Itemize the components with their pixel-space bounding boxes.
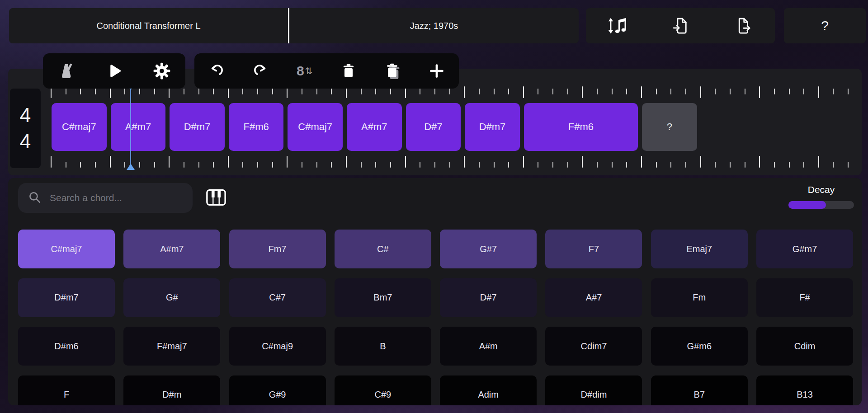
octave-toggle-button[interactable]: 8 ⇅ bbox=[292, 58, 317, 84]
chord-suggestion-card[interactable]: Cdim7 bbox=[545, 327, 642, 366]
chord-suggestion-card-selected[interactable]: C#maj7 bbox=[18, 230, 115, 268]
ruler-tick bbox=[375, 89, 376, 94]
timeline-chord[interactable]: C#maj7 bbox=[52, 103, 107, 151]
timeline-chord[interactable]: C#maj7 bbox=[288, 103, 343, 151]
chord-suggestion-card[interactable]: C# bbox=[335, 230, 431, 268]
ruler-tick bbox=[257, 162, 258, 168]
chord-suggestion-label: B13 bbox=[797, 390, 813, 400]
ruler-tick bbox=[169, 156, 170, 168]
chord-suggestion-card[interactable]: F7 bbox=[545, 230, 642, 268]
chord-suggestion-label: D#m bbox=[162, 390, 181, 400]
chord-suggestion-card[interactable]: C#9 bbox=[335, 375, 431, 406]
chord-suggestion-card[interactable]: Emaj7 bbox=[651, 230, 748, 268]
play-button[interactable] bbox=[102, 58, 127, 84]
ruler-tick bbox=[213, 89, 214, 94]
chord-suggestion-card[interactable]: Cdim bbox=[756, 327, 853, 366]
piano-view-button[interactable] bbox=[204, 186, 228, 209]
chord-suggestion-card[interactable]: B7 bbox=[651, 375, 748, 406]
timeline-chord-label: D#m7 bbox=[479, 121, 506, 133]
delete-all-button[interactable] bbox=[380, 58, 406, 84]
chord-suggestion-card[interactable]: D#7 bbox=[440, 278, 537, 317]
chord-suggestion-card[interactable]: G# bbox=[123, 278, 220, 317]
ruler-tick bbox=[287, 156, 288, 168]
chord-suggestion-card[interactable]: Adim bbox=[440, 375, 537, 406]
playhead[interactable] bbox=[126, 84, 135, 170]
chord-suggestion-card[interactable]: D#dim bbox=[545, 375, 642, 406]
style-selector[interactable]: Jazz; 1970s bbox=[289, 8, 579, 43]
ruler-tick bbox=[774, 89, 775, 94]
chord-suggestion-card[interactable]: F bbox=[18, 375, 115, 406]
help-button[interactable]: ? bbox=[784, 8, 866, 43]
undo-button[interactable] bbox=[204, 58, 229, 84]
chord-suggestion-card[interactable]: G#9 bbox=[229, 375, 326, 406]
ruler-tick bbox=[803, 89, 804, 94]
metronome-button[interactable] bbox=[54, 58, 80, 84]
chord-suggestion-card[interactable]: Fm bbox=[651, 278, 748, 317]
chord-suggestion-label: D#dim bbox=[581, 390, 607, 400]
timeline-chord[interactable]: A#m7 bbox=[347, 103, 402, 151]
chord-suggestion-label: F bbox=[64, 390, 69, 400]
timeline-chord[interactable]: D#m7 bbox=[170, 103, 225, 151]
chord-suggestion-card[interactable]: Fm7 bbox=[229, 230, 326, 268]
ruler-tick bbox=[434, 89, 435, 94]
settings-button[interactable] bbox=[149, 58, 175, 84]
decay-slider[interactable] bbox=[788, 201, 854, 209]
ruler-tick bbox=[833, 162, 834, 168]
ruler-tick bbox=[434, 162, 435, 168]
search-input[interactable] bbox=[49, 192, 182, 204]
chord-suggestion-card[interactable]: F# bbox=[756, 278, 853, 317]
ruler-tick bbox=[612, 89, 613, 94]
chord-suggestion-card[interactable]: Bm7 bbox=[335, 278, 431, 317]
ruler-tick bbox=[464, 86, 465, 98]
model-selector[interactable]: Conditional Transformer L bbox=[9, 8, 288, 43]
chord-suggestion-card[interactable]: B13 bbox=[756, 375, 853, 406]
import-file-button[interactable] bbox=[668, 13, 693, 38]
chord-suggestion-card[interactable]: A#m bbox=[440, 327, 537, 366]
chord-suggestion-card[interactable]: C#7 bbox=[229, 278, 326, 317]
timeline-chord[interactable]: D#7 bbox=[406, 103, 461, 151]
chord-search bbox=[18, 183, 193, 213]
chord-suggestion-card[interactable]: B bbox=[335, 327, 431, 366]
chord-suggestion-card[interactable]: D#m bbox=[123, 375, 220, 406]
ruler-tick bbox=[567, 162, 568, 168]
ruler-tick bbox=[346, 156, 347, 168]
gear-icon bbox=[152, 61, 171, 80]
file-actions-group bbox=[586, 8, 775, 43]
ruler-tick bbox=[124, 162, 125, 168]
chord-suggestion-card[interactable]: D#m7 bbox=[18, 278, 115, 317]
chord-suggestion-card[interactable]: D#m6 bbox=[18, 327, 115, 366]
ruler-tick bbox=[390, 89, 391, 94]
chord-suggestion-card[interactable]: A#7 bbox=[545, 278, 642, 317]
ruler-tick bbox=[582, 86, 583, 98]
time-signature[interactable]: 4 4 bbox=[10, 89, 41, 168]
timeline-chord[interactable]: A#m7 bbox=[111, 103, 166, 151]
timeline-chord[interactable]: F#m6 bbox=[524, 103, 638, 151]
chord-suggestion-card[interactable]: G#m7 bbox=[756, 230, 853, 268]
ruler-tick bbox=[508, 162, 509, 168]
help-icon: ? bbox=[821, 18, 829, 33]
timeline-chord[interactable]: D#m7 bbox=[465, 103, 520, 151]
add-chord-button[interactable] bbox=[424, 58, 449, 84]
chord-suggestion-card[interactable]: A#m7 bbox=[123, 230, 220, 268]
ruler-tick bbox=[715, 162, 716, 168]
export-file-button[interactable] bbox=[731, 13, 756, 38]
ruler-tick bbox=[715, 89, 716, 94]
chord-suggestion-label: F7 bbox=[589, 244, 599, 254]
decay-control: Decay bbox=[784, 184, 858, 209]
chord-suggestion-card[interactable]: G#7 bbox=[440, 230, 537, 268]
redo-button[interactable] bbox=[248, 58, 273, 84]
chord-suggestion-card[interactable]: F#maj7 bbox=[123, 327, 220, 366]
ruler-tick bbox=[685, 162, 686, 168]
timeline-chord[interactable]: F#m6 bbox=[229, 103, 284, 151]
chord-suggestion-label: G#m6 bbox=[687, 341, 712, 352]
ruler-tick bbox=[818, 86, 819, 98]
delete-chord-button[interactable] bbox=[336, 58, 361, 84]
timeline-chord-placeholder[interactable]: ? bbox=[642, 103, 697, 151]
metronome-icon bbox=[58, 62, 76, 80]
chord-suggestion-label: F# bbox=[799, 292, 810, 303]
playhead-bottom-handle[interactable] bbox=[127, 164, 135, 170]
chord-suggestion-card[interactable]: G#m6 bbox=[651, 327, 748, 366]
timeline-chord-label: F#m6 bbox=[243, 121, 269, 133]
chord-suggestion-card[interactable]: C#maj9 bbox=[229, 327, 326, 366]
transpose-button[interactable] bbox=[605, 13, 630, 38]
